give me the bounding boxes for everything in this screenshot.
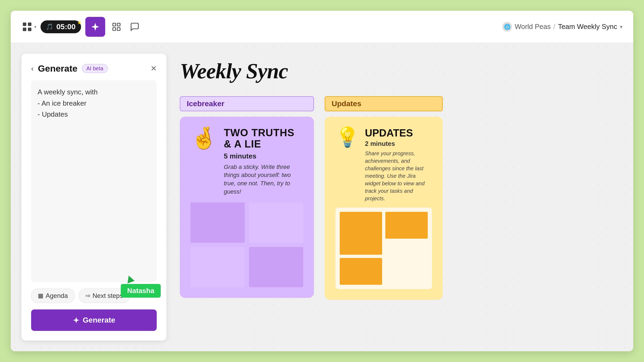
- updates-description: Share your progress, achievements, and c…: [365, 150, 432, 202]
- updates-section: Updates 💡 UPDATES 2 minutes Share your p…: [325, 96, 443, 300]
- logo-button[interactable]: ▾: [21, 21, 36, 32]
- grid-icon: [112, 22, 121, 32]
- sticky-note-2[interactable]: [249, 202, 303, 243]
- globe-icon: 🌐: [502, 22, 512, 32]
- breadcrumb-chevron-icon: ▾: [620, 24, 623, 30]
- breadcrumb-page[interactable]: Team Weekly Sync: [558, 23, 617, 31]
- generate-button-label: Generate: [83, 316, 115, 324]
- panel-header-left: ‹ Generate AI beta: [31, 63, 108, 74]
- svg-rect-6: [113, 28, 116, 31]
- sparkle-icon: [90, 22, 100, 32]
- cursor-label: Natasha: [121, 284, 161, 298]
- jira-sticky-1[interactable]: [340, 212, 382, 255]
- agenda-icon: ▦: [38, 292, 43, 299]
- logo-icon: [21, 21, 33, 32]
- cards-row: Icebreaker 🤞 TWO TRUTHS & A LIE 5 minute…: [180, 96, 617, 300]
- ai-button[interactable]: [85, 17, 105, 37]
- jira-sticky-2[interactable]: [385, 212, 428, 239]
- sticky-note-4[interactable]: [249, 247, 303, 287]
- cursor-arrow: [125, 274, 134, 283]
- sticky-notes-grid: [191, 202, 303, 287]
- close-button[interactable]: ✕: [151, 64, 157, 73]
- icebreaker-label: Icebreaker: [180, 96, 314, 111]
- updates-card: 💡 UPDATES 2 minutes Share your progress,…: [325, 117, 443, 300]
- ai-badge: AI beta: [82, 64, 108, 73]
- updates-top: 💡 UPDATES 2 minutes Share your progress,…: [335, 127, 432, 202]
- breadcrumb: 🌐 World Peas / Team Weekly Sync ▾: [502, 22, 623, 32]
- svg-rect-3: [28, 28, 31, 31]
- back-button[interactable]: ‹: [31, 64, 34, 73]
- timer-star-icon: ★: [77, 20, 82, 26]
- icebreaker-description: Grab a sticky. Write three things about …: [224, 163, 303, 196]
- icebreaker-top: 🤞 TWO TRUTHS & A LIE 5 minutes Grab a st…: [191, 127, 303, 196]
- svg-rect-5: [117, 23, 120, 26]
- generate-sparkle-icon: [72, 316, 80, 324]
- icebreaker-section: Icebreaker 🤞 TWO TRUTHS & A LIE 5 minute…: [180, 96, 314, 298]
- svg-rect-0: [23, 23, 26, 26]
- icebreaker-text: TWO TRUTHS & A LIE 5 minutes Grab a stic…: [224, 127, 303, 196]
- prompt-textarea[interactable]: A weekly sync, with - An ice breaker - U…: [31, 80, 157, 282]
- breadcrumb-separator: /: [553, 23, 555, 31]
- logo-dropdown-icon: ▾: [34, 25, 36, 29]
- sticky-note-1[interactable]: [191, 202, 245, 243]
- panel-header: ‹ Generate AI beta ✕: [31, 63, 157, 74]
- panel-title: Generate: [38, 63, 77, 74]
- sticky-note-3[interactable]: [191, 247, 245, 287]
- agenda-chip[interactable]: ▦ Agenda: [31, 289, 75, 303]
- lightbulb-icon: 💡: [335, 127, 360, 147]
- icebreaker-card: 🤞 TWO TRUTHS & A LIE 5 minutes Grab a st…: [180, 117, 314, 298]
- app-window: ▾ 🎵 ★ 05:00: [11, 11, 633, 351]
- crossed-fingers-icon: 🤞: [191, 127, 217, 149]
- next-steps-label: Next steps: [93, 292, 123, 300]
- cursor-container: Natasha: [126, 275, 161, 298]
- icebreaker-duration: 5 minutes: [224, 152, 303, 160]
- agenda-label: Agenda: [46, 292, 68, 300]
- svg-rect-7: [117, 28, 120, 31]
- jira-sticky-3[interactable]: [340, 258, 382, 285]
- jira-area: [335, 208, 432, 289]
- svg-rect-1: [28, 23, 31, 26]
- topbar-left: ▾ 🎵 ★ 05:00: [21, 17, 322, 37]
- chat-icon: [130, 22, 140, 32]
- updates-duration: 2 minutes: [365, 140, 432, 147]
- timer-widget[interactable]: 🎵 ★ 05:00: [41, 20, 81, 33]
- generate-button[interactable]: Generate: [31, 309, 157, 331]
- generate-panel: ‹ Generate AI beta ✕ A weekly sync, with…: [21, 54, 166, 341]
- canvas-area: Weekly Sync Icebreaker 🤞 TWO TRUTHS & A …: [166, 43, 633, 351]
- topbar-right: 🌐 World Peas / Team Weekly Sync ▾: [322, 22, 623, 32]
- updates-title: UPDATES: [365, 127, 432, 139]
- topbar: ▾ 🎵 ★ 05:00: [11, 11, 633, 43]
- next-steps-icon: ⇨: [86, 292, 90, 299]
- updates-text: UPDATES 2 minutes Share your progress, a…: [365, 127, 432, 202]
- jira-sticky-grid: [340, 212, 428, 285]
- canvas-title: Weekly Sync: [180, 59, 617, 83]
- breadcrumb-org[interactable]: World Peas: [515, 23, 551, 31]
- icebreaker-title: TWO TRUTHS & A LIE: [224, 127, 303, 150]
- grid-view-button[interactable]: [109, 20, 123, 34]
- updates-label: Updates: [325, 96, 443, 111]
- main-content: ‹ Generate AI beta ✕ A weekly sync, with…: [11, 43, 633, 351]
- chat-button[interactable]: [128, 20, 142, 34]
- timer-emoji: 🎵: [46, 23, 53, 30]
- svg-rect-2: [23, 28, 26, 31]
- timer-display: 05:00: [56, 23, 76, 31]
- svg-rect-4: [113, 23, 116, 26]
